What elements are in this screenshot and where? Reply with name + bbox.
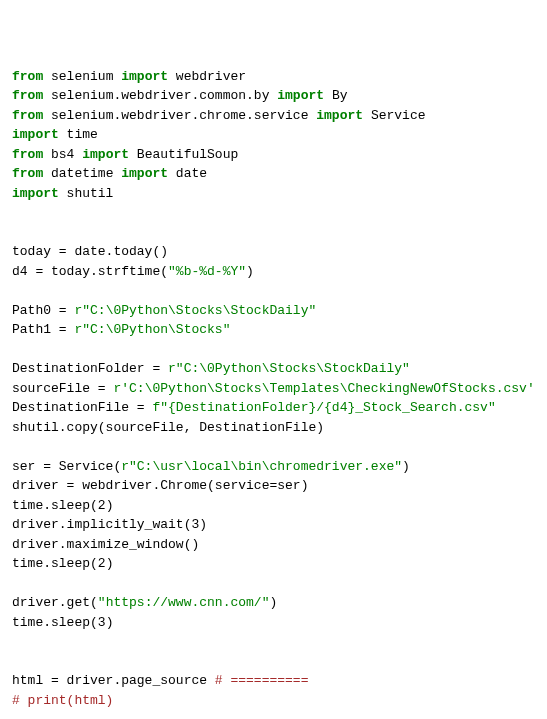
- token-kw: from: [12, 69, 43, 84]
- token-kw: import: [82, 147, 129, 162]
- token-str: r"C:\0Python\Stocks\StockDaily": [168, 361, 410, 376]
- token-kw: import: [121, 69, 168, 84]
- token-punct: ): [106, 498, 114, 513]
- token-punct: ser = Service(: [12, 459, 121, 474]
- token-punct: selenium.webdriver.common.by: [43, 88, 277, 103]
- token-punct: datetime: [43, 166, 121, 181]
- token-str: f"{DestinationFolder}/{d4}_Stock_Search.…: [152, 400, 495, 415]
- token-kw: from: [12, 108, 43, 123]
- token-punct: ): [106, 615, 114, 630]
- code-line: driver.implicitly_wait(3): [12, 515, 535, 535]
- code-line: time.sleep(2): [12, 554, 535, 574]
- token-punct: BeautifulSoup: [129, 147, 238, 162]
- code-line: time.sleep(3): [12, 613, 535, 633]
- code-line: [12, 652, 535, 672]
- token-str: r'C:\0Python\Stocks\Templates\CheckingNe…: [113, 381, 534, 396]
- code-line: from datetime import date: [12, 164, 535, 184]
- token-punct: Path0 =: [12, 303, 74, 318]
- token-punct: shutil.copy(sourceFile, DestinationFile): [12, 420, 324, 435]
- token-str: r"C:\0Python\Stocks\StockDaily": [74, 303, 316, 318]
- code-line: from bs4 import BeautifulSoup: [12, 145, 535, 165]
- token-punct: time: [59, 127, 98, 142]
- token-num: 2: [98, 498, 106, 513]
- token-punct: date: [168, 166, 207, 181]
- code-line: ser = Service(r"C:\usr\local\bin\chromed…: [12, 457, 535, 477]
- code-line: html = driver.page_source # ==========: [12, 671, 535, 691]
- code-block: from selenium import webdriverfrom selen…: [12, 67, 535, 720]
- code-line: DestinationFile = f"{DestinationFolder}/…: [12, 398, 535, 418]
- code-line: driver = webdriver.Chrome(service=ser): [12, 476, 535, 496]
- token-kw: import: [121, 166, 168, 181]
- token-str: r"C:\usr\local\bin\chromedriver.exe": [121, 459, 402, 474]
- token-punct: shutil: [59, 186, 114, 201]
- token-punct: ): [199, 517, 207, 532]
- code-line: import shutil: [12, 184, 535, 204]
- code-line: from selenium.webdriver.common.by import…: [12, 86, 535, 106]
- token-punct: webdriver: [168, 69, 246, 84]
- token-punct: ): [269, 595, 277, 610]
- token-kw: import: [316, 108, 363, 123]
- code-line: shutil.copy(sourceFile, DestinationFile): [12, 418, 535, 438]
- code-line: [12, 281, 535, 301]
- token-punct: driver.implicitly_wait(: [12, 517, 191, 532]
- code-line: [12, 437, 535, 457]
- token-punct: ): [106, 556, 114, 571]
- token-punct: driver = webdriver.Chrome(service=ser): [12, 478, 308, 493]
- code-line: driver.get("https://www.cnn.com/"): [12, 593, 535, 613]
- code-line: sourceFile = r'C:\0Python\Stocks\Templat…: [12, 379, 535, 399]
- token-comment-red: # print(html): [12, 693, 113, 708]
- token-num: 3: [98, 615, 106, 630]
- code-line: [12, 574, 535, 594]
- code-line: [12, 710, 535, 719]
- token-punct: DestinationFolder =: [12, 361, 168, 376]
- token-punct: selenium.webdriver.chrome.service: [43, 108, 316, 123]
- token-punct: bs4: [43, 147, 82, 162]
- token-num: 2: [98, 556, 106, 571]
- code-line: # print(html): [12, 691, 535, 711]
- token-punct: Service: [363, 108, 425, 123]
- token-punct: By: [324, 88, 347, 103]
- code-line: [12, 203, 535, 223]
- code-line: d4 = today.strftime("%b-%d-%Y"): [12, 262, 535, 282]
- token-kw: from: [12, 166, 43, 181]
- token-punct: Path1 =: [12, 322, 74, 337]
- token-punct: today = date.today(): [12, 244, 168, 259]
- token-punct: time.sleep(: [12, 498, 98, 513]
- token-punct: time.sleep(: [12, 556, 98, 571]
- token-punct: html = driver.page_source: [12, 673, 215, 688]
- code-line: [12, 340, 535, 360]
- token-punct: time.sleep(: [12, 615, 98, 630]
- code-line: today = date.today(): [12, 242, 535, 262]
- code-line: from selenium import webdriver: [12, 67, 535, 87]
- token-comment-red: # ==========: [215, 673, 309, 688]
- token-punct: selenium: [43, 69, 121, 84]
- token-kw: import: [12, 127, 59, 142]
- code-line: from selenium.webdriver.chrome.service i…: [12, 106, 535, 126]
- token-str: r"C:\0Python\Stocks": [74, 322, 230, 337]
- token-kw: from: [12, 147, 43, 162]
- code-line: Path1 = r"C:\0Python\Stocks": [12, 320, 535, 340]
- token-punct: sourceFile =: [12, 381, 113, 396]
- token-punct: driver.get(: [12, 595, 98, 610]
- code-line: Path0 = r"C:\0Python\Stocks\StockDaily": [12, 301, 535, 321]
- code-line: import time: [12, 125, 535, 145]
- token-str: "%b-%d-%Y": [168, 264, 246, 279]
- code-line: [12, 223, 535, 243]
- code-line: time.sleep(2): [12, 496, 535, 516]
- token-kw: import: [277, 88, 324, 103]
- token-punct: driver.maximize_window(): [12, 537, 199, 552]
- token-punct: ): [402, 459, 410, 474]
- code-line: driver.maximize_window(): [12, 535, 535, 555]
- token-punct: ): [246, 264, 254, 279]
- token-kw: from: [12, 88, 43, 103]
- code-line: DestinationFolder = r"C:\0Python\Stocks\…: [12, 359, 535, 379]
- code-line: [12, 632, 535, 652]
- token-punct: DestinationFile =: [12, 400, 152, 415]
- token-kw: import: [12, 186, 59, 201]
- token-punct: d4 = today.strftime(: [12, 264, 168, 279]
- token-str: "https://www.cnn.com/": [98, 595, 270, 610]
